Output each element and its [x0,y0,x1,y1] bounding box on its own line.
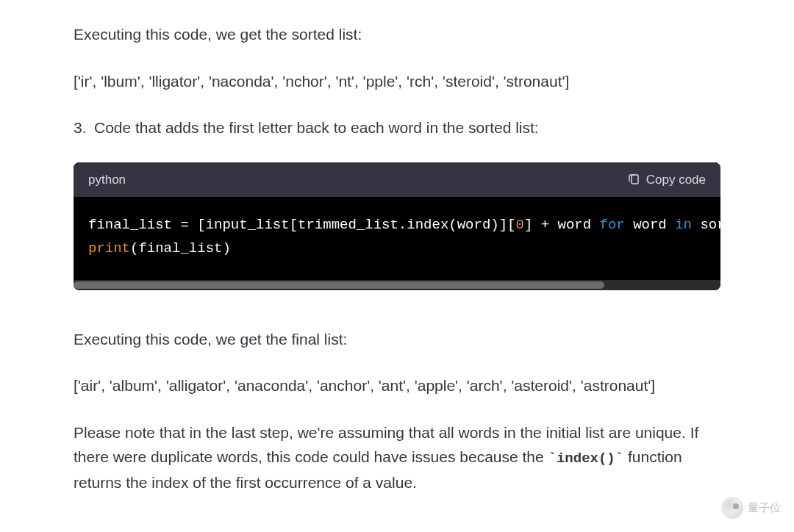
final-list-output: ['air', 'album', 'alligator', 'anaconda'… [74,373,720,398]
code-block: python Copy code final_list = [input_lis… [74,162,720,290]
horizontal-scrollbar[interactable] [74,280,720,290]
article-content: Executing this code, we get the sorted l… [0,0,794,532]
code-language-label: python [88,170,126,190]
copy-code-button[interactable]: Copy code [627,170,706,190]
code-number: 0 [516,217,524,233]
clipboard-icon [627,173,640,186]
step-description: Code that adds the first letter back to … [94,115,539,140]
code-header: python Copy code [74,162,720,197]
code-keyword: for [600,217,625,233]
watermark: 量子位 [721,497,781,519]
code-text: word [625,217,675,233]
intro-text: Executing this code, we get the sorted l… [74,22,720,47]
code-text: final_list = [input_list[trimmed_list.in… [88,217,516,233]
svg-rect-0 [632,175,638,184]
code-keyword: in [675,217,692,233]
scrollbar-thumb[interactable] [74,281,604,289]
code-text: sor [692,217,720,233]
note-paragraph: Please note that in the last step, we're… [74,420,720,495]
after-code-text: Executing this code, we get the final li… [74,327,720,352]
inline-code-index: `index()` [548,450,624,467]
code-function: print [88,240,130,256]
code-body[interactable]: final_list = [input_list[trimmed_list.in… [74,197,720,280]
watermark-logo-icon [721,497,743,519]
copy-code-label: Copy code [646,170,706,190]
code-text: ] + word [524,217,600,233]
watermark-text: 量子位 [748,501,781,515]
code-text: (final_list) [130,240,231,256]
step-number: 3. [74,115,94,140]
sorted-list-output: ['ir', 'lbum', 'lligator', 'naconda', 'n… [74,69,720,94]
step-3: 3. Code that adds the first letter back … [74,115,720,140]
